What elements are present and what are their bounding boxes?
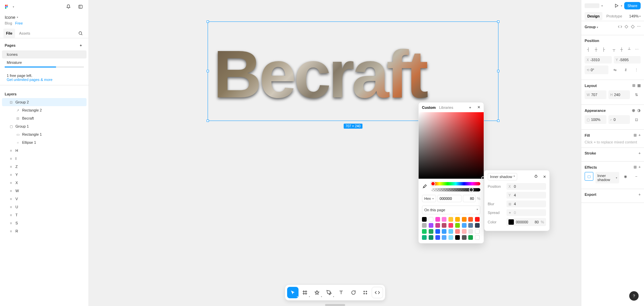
color-swatch[interactable] xyxy=(455,235,460,240)
actions-tool[interactable] xyxy=(360,287,371,298)
color-swatch[interactable] xyxy=(435,223,440,228)
more-icon[interactable]: ⋯ xyxy=(637,25,641,29)
flip-h-button[interactable]: ⇋ xyxy=(610,65,619,74)
layer-row[interactable]: ≡H xyxy=(2,146,87,155)
resize-handle[interactable] xyxy=(497,120,499,122)
layer-row[interactable]: ⊡Group 2 xyxy=(2,98,87,106)
comment-tool[interactable] xyxy=(347,287,359,298)
color-swatch[interactable] xyxy=(455,223,460,228)
alpha-input[interactable] xyxy=(463,195,476,202)
color-swatch[interactable] xyxy=(448,229,453,234)
chevron-down-icon[interactable]: ▾ xyxy=(13,5,14,8)
code-icon[interactable] xyxy=(618,25,622,29)
panel-toggle-button[interactable] xyxy=(76,2,85,11)
height-input[interactable]: H240 xyxy=(608,90,630,99)
chevron-down-icon[interactable]: ▾ xyxy=(601,4,603,7)
effect-x-input[interactable]: X0 xyxy=(506,183,546,190)
x-input[interactable]: X-3310 xyxy=(585,56,612,63)
color-swatch[interactable] xyxy=(422,217,427,222)
color-mode-select[interactable]: Hex▾ xyxy=(422,195,436,202)
effect-color-swatch[interactable] xyxy=(508,219,514,225)
add-page-button[interactable]: + xyxy=(78,42,84,48)
color-swatch[interactable] xyxy=(468,235,473,240)
color-swatch[interactable] xyxy=(429,235,433,240)
more-align-button[interactable]: ⋯ xyxy=(633,45,641,53)
resize-handle[interactable] xyxy=(207,20,209,23)
frame-tool[interactable]: ▾ xyxy=(299,287,311,298)
auto-layout-button[interactable]: ⊞ xyxy=(632,83,635,88)
plan-link[interactable]: Free xyxy=(15,21,23,25)
visibility-icon[interactable]: ◉ xyxy=(632,108,635,113)
color-swatch[interactable] xyxy=(429,223,433,228)
layer-row[interactable]: ≡X xyxy=(2,179,87,187)
color-swatch[interactable] xyxy=(422,223,427,228)
layer-row[interactable]: ≡R xyxy=(2,227,87,235)
align-top-button[interactable]: ┬ xyxy=(610,45,618,53)
notifications-button[interactable] xyxy=(64,2,73,11)
layout-grid-button[interactable]: ▦ xyxy=(637,83,641,88)
hex-input[interactable] xyxy=(437,195,462,202)
color-swatch[interactable] xyxy=(475,223,480,228)
color-swatch[interactable] xyxy=(475,229,480,234)
saturation-field[interactable] xyxy=(419,112,484,179)
alpha-thumb[interactable] xyxy=(469,187,474,192)
instance-icon[interactable] xyxy=(631,25,635,29)
color-swatch[interactable] xyxy=(429,217,433,222)
swatch-source-select[interactable]: On this page▾ xyxy=(422,206,480,214)
add-export-button[interactable]: + xyxy=(639,192,641,196)
layer-row[interactable]: ▢Group 1 xyxy=(2,122,87,130)
color-swatch[interactable] xyxy=(448,217,453,222)
blend-mode-button[interactable] xyxy=(534,174,538,179)
figma-menu-button[interactable] xyxy=(3,3,10,10)
color-swatch[interactable] xyxy=(435,235,440,240)
color-swatch[interactable] xyxy=(462,229,467,234)
hue-thumb[interactable] xyxy=(431,181,435,186)
file-title[interactable]: Icone▾ xyxy=(0,13,89,21)
page-item[interactable]: Miniature xyxy=(2,58,87,67)
layer-row[interactable]: ▭Rectangle 1 xyxy=(2,130,87,138)
layer-row[interactable]: ≡U xyxy=(2,203,87,211)
layer-row[interactable]: ≡S xyxy=(2,219,87,227)
add-fill-button[interactable]: + xyxy=(639,133,641,137)
tab-prototype[interactable]: Prototype xyxy=(606,11,622,21)
fill-placeholder[interactable]: Click + to replace mixed content xyxy=(585,140,641,144)
flip-menu-button[interactable]: ⋮ xyxy=(632,65,641,74)
color-swatch[interactable] xyxy=(475,217,480,222)
effect-type-select[interactable]: Inner shadow▾ xyxy=(488,173,517,180)
constrain-button[interactable]: ⇅ xyxy=(632,90,641,99)
pen-tool[interactable]: ▾ xyxy=(323,287,335,298)
layer-row[interactable]: ≡V xyxy=(2,195,87,203)
present-button[interactable] xyxy=(614,3,619,8)
layer-row[interactable]: ≡Y xyxy=(2,171,87,179)
dev-mode-toggle[interactable] xyxy=(372,287,383,298)
radius-input[interactable]: ⌐0 xyxy=(608,115,630,124)
color-swatch[interactable] xyxy=(435,229,440,234)
help-button[interactable]: ? xyxy=(629,291,639,301)
layer-row[interactable]: ≡T xyxy=(2,211,87,219)
page-item[interactable]: Icones xyxy=(2,50,87,58)
align-hcenter-button[interactable]: ┼ xyxy=(592,45,600,53)
becraft-text[interactable]: Becraft xyxy=(213,41,493,100)
effect-type-dropdown[interactable]: Inner shadow▾ xyxy=(595,172,619,183)
flip-v-button[interactable]: ⥯ xyxy=(621,65,630,74)
chevron-down-icon[interactable]: ▾ xyxy=(621,4,622,7)
color-swatch[interactable] xyxy=(442,235,446,240)
color-swatch[interactable] xyxy=(462,235,467,240)
blend-icon[interactable]: ◑ xyxy=(637,108,641,113)
align-vcenter-button[interactable]: ┼ xyxy=(618,45,626,53)
add-stroke-button[interactable]: + xyxy=(639,151,641,155)
align-left-button[interactable]: ┤ xyxy=(585,45,592,53)
selection-type[interactable]: Group ▾ xyxy=(585,25,598,29)
color-swatch[interactable] xyxy=(435,217,440,222)
color-swatch[interactable] xyxy=(422,229,427,234)
y-input[interactable]: Y-5895 xyxy=(614,56,641,63)
effect-y-input[interactable]: Y4 xyxy=(506,192,546,199)
tab-assets[interactable]: Assets xyxy=(16,29,33,38)
color-swatch[interactable] xyxy=(429,229,433,234)
effect-style-button[interactable]: ⊞ xyxy=(634,165,637,169)
color-swatch[interactable] xyxy=(462,217,467,222)
saturation-cursor[interactable] xyxy=(481,176,484,180)
color-swatch[interactable] xyxy=(462,223,467,228)
opacity-input[interactable]: ▢100% xyxy=(585,115,606,124)
hue-slider[interactable] xyxy=(431,182,480,185)
